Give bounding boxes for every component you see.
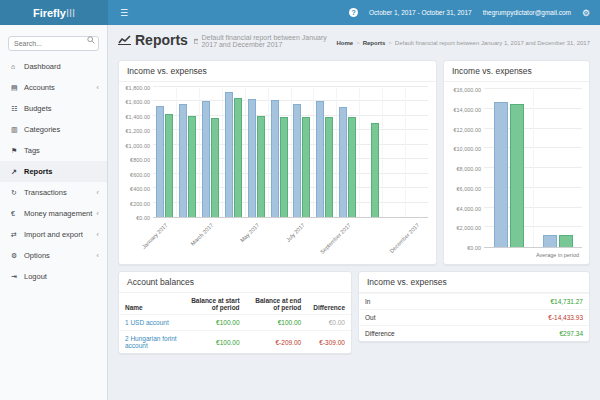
chevron-left-icon: ‹: [96, 209, 99, 218]
y-axis-tick-label: €1,800.00: [126, 85, 150, 91]
sidebar-item-label: Logout: [24, 272, 47, 281]
y-axis-tick-label: €8,000.00: [457, 166, 481, 172]
chart-plot-area: [484, 90, 582, 248]
amount-cell: €100.00: [183, 315, 245, 331]
reports-icon: ↗: [11, 168, 24, 176]
v-gridline: [533, 90, 534, 247]
date-range-button[interactable]: October 1, 2017 - October 31, 2017: [369, 9, 472, 16]
breadcrumb-separator: >: [356, 40, 360, 46]
sidebar-item-accounts[interactable]: ▤Accounts‹: [0, 77, 107, 98]
table-row: 1 USD account€100.00€100.00€0.00: [119, 315, 351, 331]
income-bar: [202, 101, 210, 217]
sidebar-item-label: Options: [24, 251, 50, 260]
sidebar-item-transactions[interactable]: ↻Transactions‹: [0, 182, 107, 203]
account-link[interactable]: 1 USD account: [125, 319, 169, 326]
table-row: In€14,731.27: [359, 294, 589, 310]
expenses-bar: [348, 117, 356, 217]
sidebar-item-tags[interactable]: ⚑Tags: [0, 140, 107, 161]
sidebar-item-dashboard[interactable]: ⌂Dashboard: [0, 56, 107, 77]
summary-label: Out: [359, 310, 467, 326]
column-header: Balance at end of period: [246, 293, 308, 315]
income-bar: [494, 102, 508, 247]
panel-title: Income vs. expenses: [119, 61, 436, 82]
breadcrumb-separator: >: [388, 40, 392, 46]
v-gridline: [291, 88, 292, 217]
sidebar-item-label: Reports: [24, 167, 52, 176]
v-gridline: [313, 88, 314, 217]
expenses-bar: [211, 118, 219, 217]
search-icon: [87, 36, 95, 44]
v-gridline: [359, 88, 360, 217]
y-axis-tick-label: €200.00: [130, 201, 150, 207]
search-input[interactable]: [8, 36, 99, 51]
account-balances-panel: Account balances NameBalance at start of…: [118, 271, 352, 354]
y-axis-tick-label: €800.00: [130, 157, 150, 163]
sidebar-item-label: Budgets: [24, 104, 52, 113]
main-content: Reports Default financial report between…: [108, 25, 600, 400]
x-axis-tick-label: September 2017: [319, 222, 352, 255]
hamburger-icon[interactable]: ☰: [108, 0, 140, 25]
breadcrumb-item-reports[interactable]: Reports: [363, 40, 386, 46]
income-expenses-monthly-panel: Income vs. expenses €0.00€200.00€400.00€…: [118, 60, 437, 265]
sidebar-item-money-management[interactable]: €Money management‹: [0, 203, 107, 224]
sidebar-menu: ⌂Dashboard▤Accounts‹☷Budgets▥Categories⚑…: [0, 56, 107, 287]
tables-row: Account balances NameBalance at start of…: [118, 271, 590, 354]
breadcrumb-item-home[interactable]: Home: [336, 40, 353, 46]
summary-label: Difference: [359, 326, 467, 342]
income-bar: [156, 106, 164, 217]
y-axis-tick-label: €0.00: [136, 215, 150, 221]
amount-cell: €-209.00: [246, 331, 308, 354]
sidebar-item-options[interactable]: ⚙Options‹: [0, 245, 107, 266]
income-expenses-monthly-chart[interactable]: €0.00€200.00€400.00€600.00€800.00€1,000.…: [119, 82, 436, 262]
sidebar-search: [8, 32, 99, 51]
expenses-bar: [510, 104, 524, 247]
y-axis-tick-label: €600.00: [130, 172, 150, 178]
budgets-icon: ☷: [11, 105, 24, 113]
column-header: Name: [119, 293, 183, 315]
account-balances-table: NameBalance at start of periodBalance at…: [119, 293, 351, 353]
sidebar-item-label: Tags: [24, 146, 40, 155]
sidebar-item-import-and-export[interactable]: ⇄Import and export‹: [0, 224, 107, 245]
categories-icon: ▥: [11, 126, 24, 134]
page-header: Reports Default financial report between…: [118, 32, 590, 56]
transactions-icon: ↻: [11, 189, 24, 197]
table-row: 2 Hungarian forint account€100.00€-209.0…: [119, 331, 351, 354]
import-export-icon: ⇄: [11, 231, 24, 239]
summary-value: €14,731.27: [467, 294, 589, 310]
y-axis-tick-label: €400.00: [130, 186, 150, 192]
v-gridline: [336, 88, 337, 217]
user-email-link[interactable]: thegrumpydictator@gmail.com: [483, 9, 571, 16]
calendar-icon: [194, 37, 199, 45]
income-expenses-summary-table: In€14,731.27Out€-14,433.93Difference€297…: [359, 293, 589, 341]
breadcrumb: Home>Reports>Default financial report be…: [336, 40, 590, 46]
firefly-app: FireflyIII ☰ ? October 1, 2017 - October…: [0, 0, 600, 400]
expenses-bar: [234, 98, 242, 217]
sidebar-item-budgets[interactable]: ☷Budgets: [0, 98, 107, 119]
sidebar-item-categories[interactable]: ▥Categories: [0, 119, 107, 140]
v-gridline: [245, 88, 246, 217]
y-axis-tick-label: €16,000.00: [453, 87, 481, 93]
dashboard-icon: ⌂: [11, 63, 24, 70]
income-expenses-average-chart[interactable]: €0.00€2,000.00€4,000.00€6,000.00€8,000.0…: [444, 82, 589, 262]
sidebar-item-label: Money management: [24, 209, 92, 218]
income-expenses-summary-panel: Income vs. expenses In€14,731.27Out€-14,…: [358, 271, 590, 342]
help-icon[interactable]: ?: [349, 8, 358, 17]
v-gridline: [222, 88, 223, 217]
expenses-bar: [165, 114, 173, 217]
brand-light: III: [66, 7, 75, 19]
sidebar-item-label: Transactions: [24, 188, 67, 197]
account-link[interactable]: 2 Hungarian forint account: [125, 335, 177, 349]
amount-cell: €100.00: [183, 331, 245, 354]
h-gridline: [484, 88, 582, 89]
sidebar-item-logout[interactable]: ⇥Logout: [0, 266, 107, 287]
v-gridline: [268, 88, 269, 217]
sidebar-item-reports[interactable]: ↗Reports: [0, 161, 107, 182]
sidebar-item-label: Categories: [24, 125, 60, 134]
expenses-bar: [302, 117, 310, 217]
amount-cell: €0.00: [307, 315, 351, 331]
summary-label: In: [359, 294, 467, 310]
page-title: Reports: [118, 32, 188, 48]
brand-logo[interactable]: FireflyIII: [0, 0, 108, 25]
y-axis-tick-label: €0.00: [467, 245, 481, 251]
gear-icon[interactable]: ⚙: [582, 8, 590, 18]
